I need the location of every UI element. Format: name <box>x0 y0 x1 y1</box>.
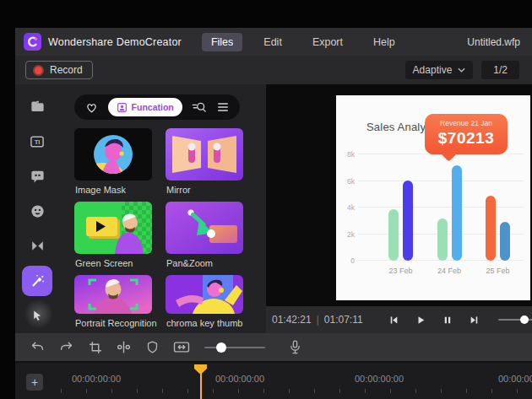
chevron-down-icon <box>458 67 465 73</box>
slider-knob[interactable] <box>216 342 226 353</box>
thumbnail-art-image-mask <box>74 128 152 181</box>
record-button[interactable]: Record <box>25 61 93 79</box>
x-axis-tick-label: 24 Feb <box>437 267 461 275</box>
previous-frame-button[interactable] <box>388 315 399 326</box>
crop-button[interactable] <box>86 338 104 356</box>
thumbnail-art-pan-zoom <box>166 202 243 254</box>
thumbnail-art-portrait-recognition <box>74 275 152 314</box>
playhead-line <box>200 371 202 399</box>
chart-bar <box>452 165 462 261</box>
undo-button[interactable] <box>29 338 46 356</box>
effect-pan-zoom[interactable]: Pan&Zoom <box>166 202 243 275</box>
chart-bar <box>388 209 399 261</box>
y-axis-tick-label: 8k <box>339 150 355 159</box>
effect-label: Green Screen <box>75 258 152 268</box>
timeline-tick <box>61 389 62 393</box>
screen: Wondershare DemoCreator Files Edit Expor… <box>0 0 532 399</box>
split-button[interactable] <box>115 338 133 356</box>
effect-portrait-recognition[interactable]: Portrait Recognition <box>74 275 152 335</box>
preview-zoom-slider[interactable] <box>498 315 524 324</box>
redo-button[interactable] <box>57 338 75 356</box>
timeline-tick <box>213 389 214 393</box>
chart-bar <box>403 181 413 261</box>
y-axis-tick-label: 4k <box>339 203 355 212</box>
slider-track <box>204 347 265 349</box>
shield-button[interactable] <box>144 338 161 356</box>
timeline-tick <box>86 389 87 393</box>
timecode-separator: | <box>317 314 319 326</box>
timeline-tick <box>137 389 138 393</box>
y-axis-tick-label: 2k <box>339 230 355 239</box>
timeline-timestamp: 00:00:00:00 <box>72 374 121 384</box>
record-dot-icon <box>33 65 44 76</box>
y-axis-tick-label: 0 <box>339 256 355 265</box>
timeline-tick <box>187 389 188 393</box>
sidebar-item-stickers[interactable] <box>21 194 53 229</box>
timeline-ticks <box>15 389 532 394</box>
app-window: Wondershare DemoCreator Files Edit Expor… <box>15 28 532 399</box>
preview-panel: Sales Analytics Revenue 21 Jan $70213 02… <box>266 84 532 333</box>
menu-edit[interactable]: Edit <box>254 33 291 51</box>
favorites-heart-icon[interactable] <box>84 100 99 115</box>
effects-tabbar: Funcation <box>74 94 240 120</box>
chart-bar <box>500 222 510 261</box>
pause-button[interactable] <box>442 315 453 326</box>
folder-icon <box>22 92 52 122</box>
timeline-tick <box>263 389 264 393</box>
timeline-tick <box>314 389 315 393</box>
document-name: Untitled.wfp <box>467 36 520 48</box>
menu-help[interactable]: Help <box>364 33 404 51</box>
next-frame-button[interactable] <box>469 315 480 326</box>
thumbnail-art-chroma-key <box>166 275 243 314</box>
thumbnail-art-green-screen <box>74 202 152 254</box>
app-title: Wondershare DemoCreator <box>48 36 182 48</box>
callout-label: Revenue 21 Jan <box>428 119 504 127</box>
playhead[interactable] <box>194 363 207 399</box>
play-button[interactable] <box>415 315 426 326</box>
effects-panel: Funcation <box>59 84 266 333</box>
x-axis-tick-label: 23 Feb <box>388 267 412 275</box>
sidebar-item-cursor[interactable] <box>21 299 53 333</box>
tab-funcation[interactable]: Funcation <box>108 98 182 116</box>
effect-green-screen[interactable]: Green Screen <box>74 202 152 275</box>
menu-export[interactable]: Export <box>303 33 352 51</box>
sidebar-item-media[interactable] <box>21 89 53 124</box>
microphone-button[interactable] <box>286 338 304 356</box>
timeline-tick <box>238 389 239 393</box>
chart-bar <box>437 218 448 261</box>
transition-icon <box>22 231 52 262</box>
sidebar-item-transitions[interactable] <box>21 229 53 263</box>
timeline[interactable]: + 00:00:00:00 00:00:00:00 00:00:00:00 00… <box>15 361 532 399</box>
slider-knob[interactable] <box>520 315 529 324</box>
menu-hamburger-icon[interactable] <box>216 101 230 113</box>
sidebar-item-captions[interactable] <box>21 159 53 194</box>
edit-toolbar <box>15 333 532 361</box>
resolution-dropdown[interactable]: Adaptive <box>405 61 474 79</box>
search-icon[interactable] <box>191 100 207 114</box>
sidebar-item-text[interactable]: TI <box>21 124 53 159</box>
timeline-zoom-slider[interactable] <box>204 342 265 353</box>
effect-chroma-key[interactable]: chroma key thumb <box>166 275 243 335</box>
text-tool-icon: TI <box>22 127 52 157</box>
y-axis-tick-label: 6k <box>339 177 355 186</box>
sidebar-item-effects[interactable] <box>21 263 53 298</box>
effects-grid: Image Mask <box>59 123 266 335</box>
effect-mirror[interactable]: Mirror <box>166 128 243 202</box>
timeline-tick <box>339 389 340 393</box>
timeline-timestamp: 00:00:00:00 <box>498 374 532 384</box>
fit-width-button[interactable] <box>172 338 190 356</box>
chart-bar-group: 23 Feb <box>388 181 413 261</box>
playback-controls <box>388 315 480 326</box>
menu-files[interactable]: Files <box>202 33 242 51</box>
timeline-tick <box>491 389 492 393</box>
add-track-button[interactable]: + <box>26 374 43 391</box>
timecode: 01:42:21 | 01:07:11 <box>272 314 363 326</box>
record-toolbar: Record Adaptive 1/2 <box>15 56 532 84</box>
timeline-tick <box>390 389 391 393</box>
effect-image-mask[interactable]: Image Mask <box>74 128 152 202</box>
timecode-current: 01:42:21 <box>272 314 312 326</box>
timeline-tick <box>517 389 518 393</box>
effect-label: chroma key thumb <box>166 318 243 328</box>
effect-label: Portrait Recognition <box>75 318 152 328</box>
app-logo-icon <box>24 33 41 51</box>
